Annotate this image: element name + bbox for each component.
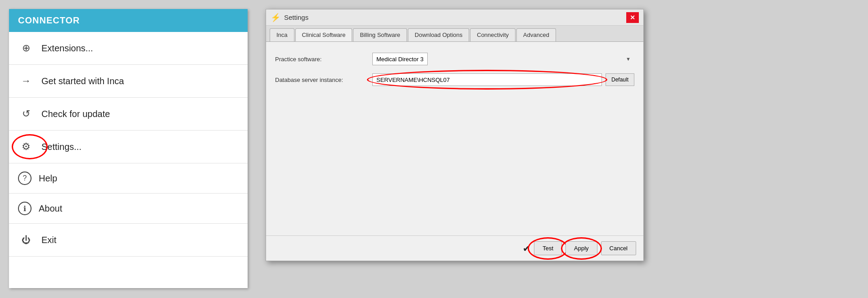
arrow-icon: → bbox=[18, 73, 34, 89]
menu-item-help[interactable]: ? Help bbox=[9, 163, 248, 194]
close-button[interactable]: ✕ bbox=[626, 12, 639, 23]
settings-label: Settings... bbox=[41, 142, 81, 152]
practice-control-area: Medical Director 3 ▼ bbox=[372, 53, 634, 65]
dialog-body: Practice software: Medical Director 3 ▼ … bbox=[266, 42, 643, 235]
dialog-footer: ✔ Test Apply Cancel bbox=[266, 235, 643, 261]
menu-item-extensions[interactable]: ⊕ Extensions... bbox=[9, 32, 248, 65]
help-label: Help bbox=[39, 173, 57, 184]
practice-label: Practice software: bbox=[275, 56, 365, 63]
tab-clinical-software[interactable]: Clinical Software bbox=[295, 28, 353, 41]
apply-button[interactable]: Apply bbox=[565, 241, 597, 255]
about-label: About bbox=[39, 203, 62, 214]
get-started-label: Get started with Inca bbox=[41, 76, 124, 86]
menu-item-about[interactable]: ℹ About bbox=[9, 194, 248, 224]
db-control-area: Default bbox=[372, 73, 634, 86]
cancel-button[interactable]: Cancel bbox=[601, 241, 636, 255]
update-icon: ↺ bbox=[18, 106, 34, 122]
menu-item-check-update[interactable]: ↺ Check for update bbox=[9, 98, 248, 131]
db-label: Database server instance: bbox=[275, 77, 365, 83]
tab-billing-software[interactable]: Billing Software bbox=[353, 28, 407, 41]
extensions-icon: ⊕ bbox=[18, 40, 34, 56]
db-input-wrapper bbox=[372, 73, 602, 86]
dialog-titlebar: ⚡ Settings ✕ bbox=[266, 9, 643, 26]
menu-item-exit[interactable]: ⏻ Exit bbox=[9, 224, 248, 257]
exit-icon: ⏻ bbox=[18, 232, 34, 248]
check-icon: ✔ bbox=[523, 243, 530, 254]
practice-select[interactable]: Medical Director 3 bbox=[372, 53, 428, 65]
tab-advanced[interactable]: Advanced bbox=[516, 28, 556, 41]
db-server-row: Database server instance: Default bbox=[275, 73, 634, 86]
settings-icon: ⚙ bbox=[18, 139, 34, 155]
extensions-label: Extensions... bbox=[41, 43, 93, 54]
settings-dialog: ⚡ Settings ✕ Inca Clinical Software Bill… bbox=[266, 9, 644, 261]
menu-item-get-started[interactable]: → Get started with Inca bbox=[9, 65, 248, 98]
test-btn-wrapper: Test bbox=[534, 241, 562, 255]
menu-panel: CONNECTOR ⊕ Extensions... → Get started … bbox=[9, 9, 248, 288]
help-icon: ? bbox=[18, 172, 32, 185]
dialog-title: Settings bbox=[284, 14, 308, 21]
about-icon: ℹ bbox=[18, 202, 32, 215]
test-button[interactable]: Test bbox=[534, 241, 562, 255]
practice-software-row: Practice software: Medical Director 3 ▼ bbox=[275, 53, 634, 65]
practice-select-wrapper: Medical Director 3 ▼ bbox=[372, 53, 634, 65]
menu-item-settings[interactable]: ⚙ Settings... bbox=[9, 131, 248, 163]
tab-inca[interactable]: Inca bbox=[270, 28, 294, 41]
check-update-label: Check for update bbox=[41, 109, 110, 119]
select-arrow-icon: ▼ bbox=[626, 56, 631, 62]
dialog-title-left: ⚡ Settings bbox=[271, 13, 308, 23]
menu-header: CONNECTOR bbox=[9, 9, 248, 32]
apply-btn-wrapper: Apply bbox=[565, 241, 597, 255]
db-server-input[interactable] bbox=[372, 73, 602, 86]
tab-download-options[interactable]: Download Options bbox=[408, 28, 469, 41]
tab-connectivity[interactable]: Connectivity bbox=[470, 28, 515, 41]
app-icon: ⚡ bbox=[271, 13, 280, 23]
dialog-tabs: Inca Clinical Software Billing Software … bbox=[266, 26, 643, 42]
exit-label: Exit bbox=[41, 235, 56, 245]
default-button[interactable]: Default bbox=[606, 73, 634, 86]
